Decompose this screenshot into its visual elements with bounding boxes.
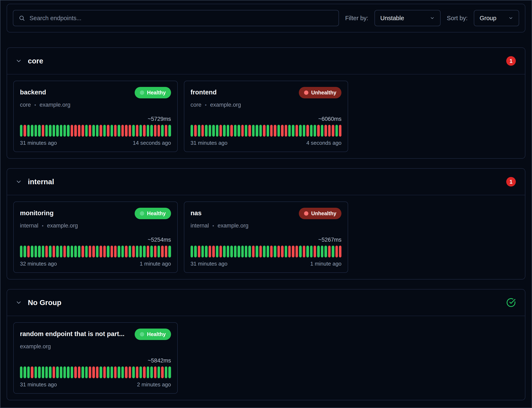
health-bar[interactable] bbox=[111, 366, 113, 378]
health-bar[interactable] bbox=[31, 246, 33, 257]
health-bar[interactable] bbox=[38, 366, 41, 378]
health-bar[interactable] bbox=[92, 366, 95, 378]
health-bar[interactable] bbox=[274, 125, 276, 137]
health-bar[interactable] bbox=[74, 246, 77, 257]
health-bar[interactable] bbox=[230, 125, 233, 137]
health-bar[interactable] bbox=[129, 125, 131, 137]
health-bar[interactable] bbox=[219, 125, 222, 137]
health-bar[interactable] bbox=[103, 366, 106, 378]
health-bar[interactable] bbox=[82, 366, 84, 378]
health-bar[interactable] bbox=[194, 125, 197, 137]
health-bar[interactable] bbox=[60, 125, 62, 137]
health-bar[interactable] bbox=[306, 246, 309, 257]
health-bar[interactable] bbox=[34, 366, 37, 378]
health-bar[interactable] bbox=[92, 125, 95, 137]
health-bar[interactable] bbox=[324, 246, 327, 257]
health-bar[interactable] bbox=[67, 366, 69, 378]
health-bar[interactable] bbox=[89, 366, 91, 378]
health-bar[interactable] bbox=[96, 125, 99, 137]
health-bar[interactable] bbox=[78, 125, 80, 137]
health-bar[interactable] bbox=[154, 125, 157, 137]
health-bar[interactable] bbox=[24, 366, 26, 378]
health-bar[interactable] bbox=[132, 246, 135, 257]
health-bar[interactable] bbox=[92, 246, 95, 257]
health-bar[interactable] bbox=[63, 246, 66, 257]
health-bar[interactable] bbox=[161, 366, 164, 378]
health-bar[interactable] bbox=[165, 366, 167, 378]
health-bar[interactable] bbox=[205, 125, 208, 137]
filter-select[interactable]: Unstable bbox=[374, 10, 441, 26]
health-bar[interactable] bbox=[31, 366, 33, 378]
health-bar[interactable] bbox=[31, 125, 33, 137]
health-bar[interactable] bbox=[132, 366, 135, 378]
health-bar[interactable] bbox=[332, 125, 334, 137]
health-bar[interactable] bbox=[227, 246, 229, 257]
health-bar[interactable] bbox=[161, 125, 164, 137]
health-bar[interactable] bbox=[252, 246, 255, 257]
health-bar[interactable] bbox=[198, 125, 200, 137]
health-bar[interactable] bbox=[238, 125, 240, 137]
health-bar[interactable] bbox=[201, 246, 204, 257]
health-bar[interactable] bbox=[56, 246, 58, 257]
health-bar[interactable] bbox=[168, 366, 171, 378]
health-bar[interactable] bbox=[263, 246, 265, 257]
health-bar[interactable] bbox=[143, 246, 145, 257]
health-bar[interactable] bbox=[321, 246, 323, 257]
health-bar[interactable] bbox=[209, 125, 211, 137]
health-bar[interactable] bbox=[241, 125, 244, 137]
health-bar[interactable] bbox=[150, 125, 153, 137]
health-bar[interactable] bbox=[267, 246, 269, 257]
health-bar[interactable] bbox=[259, 246, 262, 257]
health-bar[interactable] bbox=[49, 366, 51, 378]
health-bar[interactable] bbox=[107, 246, 109, 257]
health-bar[interactable] bbox=[121, 366, 124, 378]
health-bar[interactable] bbox=[209, 246, 211, 257]
health-bar[interactable] bbox=[38, 246, 41, 257]
health-bar[interactable] bbox=[27, 125, 30, 137]
health-bar[interactable] bbox=[259, 125, 262, 137]
health-bar[interactable] bbox=[296, 246, 298, 257]
uptime-bars[interactable] bbox=[20, 125, 171, 137]
health-bar[interactable] bbox=[332, 246, 334, 257]
health-bar[interactable] bbox=[245, 246, 247, 257]
health-bar[interactable] bbox=[161, 246, 164, 257]
health-bar[interactable] bbox=[165, 246, 167, 257]
health-bar[interactable] bbox=[234, 125, 236, 137]
health-bar[interactable] bbox=[194, 246, 197, 257]
health-bar[interactable] bbox=[140, 125, 142, 137]
health-bar[interactable] bbox=[125, 246, 127, 257]
health-bar[interactable] bbox=[219, 246, 222, 257]
health-bar[interactable] bbox=[114, 366, 116, 378]
health-bar[interactable] bbox=[118, 246, 120, 257]
health-bar[interactable] bbox=[238, 246, 240, 257]
health-bar[interactable] bbox=[129, 246, 131, 257]
health-bar[interactable] bbox=[143, 366, 145, 378]
uptime-bars[interactable] bbox=[191, 246, 342, 257]
group-header-internal[interactable]: internal 1 bbox=[7, 169, 525, 195]
health-bar[interactable] bbox=[288, 246, 291, 257]
health-bar[interactable] bbox=[241, 246, 244, 257]
health-bar[interactable] bbox=[248, 125, 251, 137]
health-bar[interactable] bbox=[60, 246, 62, 257]
health-bar[interactable] bbox=[310, 246, 313, 257]
health-bar[interactable] bbox=[125, 125, 127, 137]
health-bar[interactable] bbox=[53, 366, 55, 378]
health-bar[interactable] bbox=[252, 125, 255, 137]
health-bar[interactable] bbox=[292, 246, 294, 257]
health-bar[interactable] bbox=[303, 246, 305, 257]
health-bar[interactable] bbox=[335, 246, 338, 257]
health-bar[interactable] bbox=[24, 246, 26, 257]
health-bar[interactable] bbox=[45, 366, 48, 378]
health-bar[interactable] bbox=[53, 246, 55, 257]
health-bar[interactable] bbox=[223, 125, 225, 137]
endpoint-card-nas[interactable]: nas Unhealthy internal • example.org ~52… bbox=[184, 202, 348, 273]
group-header-no-group[interactable]: No Group bbox=[7, 289, 525, 316]
health-bar[interactable] bbox=[321, 125, 323, 137]
health-bar[interactable] bbox=[168, 125, 171, 137]
health-bar[interactable] bbox=[248, 246, 251, 257]
health-bar[interactable] bbox=[42, 366, 44, 378]
health-bar[interactable] bbox=[45, 246, 48, 257]
health-bar[interactable] bbox=[114, 125, 116, 137]
health-bar[interactable] bbox=[136, 125, 138, 137]
health-bar[interactable] bbox=[82, 125, 84, 137]
